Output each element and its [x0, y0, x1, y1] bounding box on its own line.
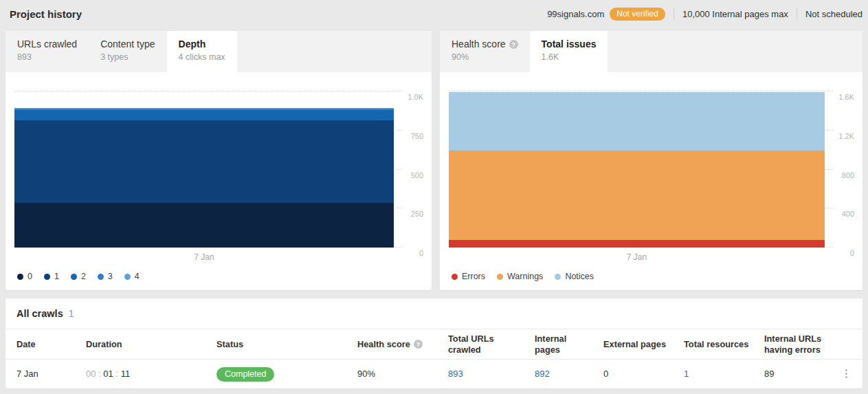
y-axis: 1.0K7505002500 [397, 91, 432, 248]
y-axis-tick-label: 1.2K [828, 132, 854, 141]
y-axis-tick-label: 800 [828, 171, 854, 180]
legend-label: 2 [81, 272, 86, 281]
column-header-total-urls: Total URLs crawled [448, 333, 535, 355]
cell-total-urls: 893 [448, 369, 535, 379]
duration-seconds: 11 [121, 369, 131, 379]
chart-plot-area[interactable]: 7 Jan [449, 91, 825, 248]
legend-label: 4 [135, 272, 140, 281]
depth-chart[interactable]: 7 Jan1.0K7505002500 [5, 91, 432, 248]
legend-dot-icon [452, 274, 458, 280]
total-issues-chart-legend: ErrorsWarningsNotices [452, 272, 594, 281]
tab-health-score[interactable]: Health score 90% [440, 31, 530, 72]
y-axis-tick-label: 0 [397, 249, 423, 258]
series-band-0 [14, 203, 394, 248]
total-urls-link[interactable]: 893 [448, 369, 463, 379]
cell-internal-urls-errors: 89 [764, 369, 836, 379]
header-project-info: 99signals.com Not verified 10,000 Intern… [547, 8, 863, 21]
all-crawls-title-row: All crawls 1 [5, 298, 863, 329]
series-band-1 [14, 120, 394, 203]
status-badge: Completed [216, 367, 274, 382]
pages-limit-label: 10,000 Internal pages max [682, 9, 788, 19]
tab-label: Health score [452, 39, 518, 50]
x-axis-label: 7 Jan [449, 252, 825, 262]
cell-actions [836, 366, 852, 382]
legend-label: 3 [108, 272, 113, 281]
gridline [14, 91, 402, 91]
tab-label-text: Health score [452, 39, 506, 50]
legend-item-0[interactable]: 0 [17, 272, 32, 281]
duration-minutes: 01 [103, 369, 113, 379]
tab-value: 893 [17, 52, 77, 62]
legend-item-2[interactable]: 2 [71, 272, 86, 281]
not-verified-badge[interactable]: Not verified [610, 8, 665, 21]
legend-item-4[interactable]: 4 [124, 272, 140, 281]
tab-depth[interactable]: Depth 4 clicks max [167, 31, 237, 72]
cell-external-pages: 0 [603, 369, 684, 379]
column-header-date: Date [16, 339, 86, 350]
column-header-total-resources: Total resources [684, 339, 764, 350]
all-crawls-title: All crawls [16, 308, 63, 319]
help-icon[interactable] [509, 40, 518, 49]
duration-separator: : [98, 369, 101, 379]
tab-label: Depth [179, 39, 225, 50]
header-divider [674, 8, 674, 19]
legend-item-Errors[interactable]: Errors [452, 272, 485, 281]
header-divider [797, 8, 797, 19]
column-header-duration: Duration [86, 339, 216, 350]
page-header: Project history 99signals.com Not verifi… [0, 0, 868, 28]
row-menu-kebab-icon[interactable] [841, 366, 852, 382]
column-header-internal-pages: Internal pages [535, 333, 603, 355]
page-title: Project history [10, 8, 82, 20]
table-row: 7 Jan 00 : 01 : 11 Completed 90% 893 892… [5, 360, 863, 388]
tab-value: 1.6K [542, 52, 597, 62]
legend-dot-icon [71, 274, 77, 280]
chart-plot-area[interactable]: 7 Jan [14, 91, 394, 248]
tab-label: URLs crawled [17, 39, 77, 50]
x-axis-label: 7 Jan [14, 252, 394, 262]
all-crawls-count: 1 [69, 308, 74, 319]
y-axis-tick-label: 1.0K [397, 93, 423, 102]
series-band-Warnings [449, 151, 825, 240]
help-icon[interactable] [414, 340, 423, 349]
tab-urls-crawled[interactable]: URLs crawled 893 [5, 31, 89, 72]
legend-item-Notices[interactable]: Notices [555, 272, 594, 281]
column-header-internal-urls-errors: Internal URLs having errors [764, 333, 836, 355]
total-issues-chart[interactable]: 7 Jan1.6K1.2K8004000 [440, 91, 863, 248]
series-band-4 [14, 108, 394, 109]
legend-label: 1 [54, 272, 59, 281]
legend-dot-icon [497, 274, 503, 280]
column-header-health-score: Health score [357, 339, 448, 350]
y-axis-tick-label: 250 [397, 210, 423, 219]
project-domain: 99signals.com [547, 9, 604, 19]
tab-total-issues[interactable]: Total issues 1.6K [530, 31, 608, 72]
tab-label: Content type [100, 39, 155, 50]
legend-dot-icon [17, 274, 23, 280]
tab-content-type[interactable]: Content type 3 types [89, 31, 166, 72]
legend-label: Errors [462, 272, 485, 281]
y-axis-tick-label: 750 [397, 132, 423, 141]
y-axis-tick-label: 400 [828, 210, 854, 219]
legend-item-1[interactable]: 1 [44, 272, 59, 281]
cell-health-score: 90% [357, 369, 448, 379]
cell-status: Completed [216, 369, 357, 379]
tab-value: 3 types [100, 52, 155, 62]
y-axis-tick-label: 0 [828, 249, 854, 258]
column-header-external-pages: External pages [603, 339, 684, 350]
gridline [449, 91, 833, 91]
cell-duration: 00 : 01 : 11 [86, 369, 216, 379]
legend-item-Warnings[interactable]: Warnings [497, 272, 543, 281]
legend-label: Warnings [507, 272, 543, 281]
issues-panel: Health score 90% Total issues 1.6K 7 Jan… [440, 31, 863, 290]
series-band-3 [14, 109, 394, 110]
issues-tabstrip: Health score 90% Total issues 1.6K [440, 31, 863, 72]
legend-item-3[interactable]: 3 [98, 272, 113, 281]
y-axis-tick-label: 1.6K [828, 93, 854, 102]
internal-pages-link[interactable]: 892 [535, 369, 550, 379]
depth-chart-legend: 01234 [17, 272, 140, 281]
crawl-metrics-tabstrip: URLs crawled 893 Content type 3 types De… [5, 31, 432, 72]
series-band-2 [14, 110, 394, 120]
total-resources-link[interactable]: 1 [684, 369, 689, 379]
legend-dot-icon [555, 274, 561, 280]
cell-total-resources: 1 [684, 369, 764, 379]
all-crawls-panel: All crawls 1 Date Duration Status Health… [5, 298, 863, 388]
